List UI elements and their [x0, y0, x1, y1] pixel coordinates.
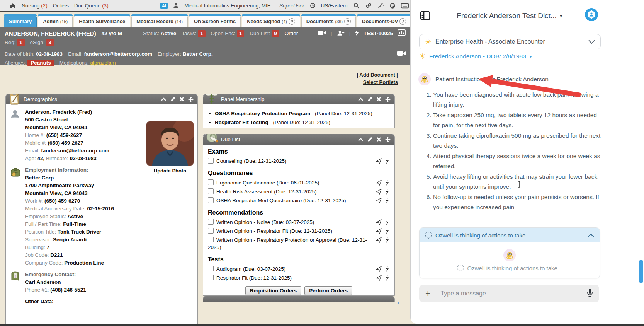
top-menubar: Nursing (2) Orders Doc Queue (3) AI Medi…: [0, 0, 410, 11]
perform-bolt-icon[interactable]: [386, 229, 389, 236]
send-icon[interactable]: [376, 219, 382, 227]
update-photo-link[interactable]: Update Photo: [154, 167, 187, 175]
move-icon[interactable]: [385, 97, 391, 102]
microphone-icon[interactable]: [587, 288, 593, 299]
video-camera-icon[interactable]: [318, 30, 326, 37]
chevron-up-icon[interactable]: [588, 232, 594, 239]
search-icon[interactable]: [353, 2, 360, 9]
tab-health-surveillance[interactable]: Health Surveillance: [74, 16, 130, 27]
patient-photo: [146, 121, 194, 166]
close-icon[interactable]: [377, 137, 381, 142]
due-list-count-badge[interactable]: 9: [272, 30, 279, 37]
send-icon[interactable]: [376, 158, 382, 166]
tab-on-screen-forms[interactable]: On Screen Forms: [189, 16, 241, 27]
tab-admin[interactable]: Admin(15): [38, 16, 73, 27]
perform-bolt-icon[interactable]: [386, 159, 389, 166]
allergy-badge[interactable]: Peanuts: [27, 60, 54, 66]
perform-bolt-icon[interactable]: [386, 275, 389, 283]
attach-plus-icon[interactable]: +: [425, 289, 430, 298]
user-icon: [173, 3, 179, 9]
requisition-orders-button[interactable]: Requisition Orders: [245, 286, 302, 295]
perform-bolt-icon[interactable]: [386, 220, 389, 227]
nav-doc-queue[interactable]: Doc Queue (3): [74, 3, 109, 9]
checkbox[interactable]: [208, 219, 214, 225]
edit-pencil-icon[interactable]: [170, 97, 175, 102]
perform-bolt-icon[interactable]: [386, 198, 389, 205]
nav-nursing[interactable]: Nursing (2): [22, 3, 48, 9]
ai-badge[interactable]: AI: [160, 3, 168, 9]
edit-pencil-icon[interactable]: [367, 137, 372, 142]
collapse-icon[interactable]: [358, 97, 363, 101]
link-icon[interactable]: [365, 3, 372, 9]
perform-bolt-icon[interactable]: [386, 180, 389, 188]
checkbox[interactable]: [208, 158, 214, 164]
checkbox[interactable]: [208, 266, 214, 271]
chart-stats-icon[interactable]: [398, 29, 406, 38]
thinking-card-body: Ozwell is thinking of actions to take...: [420, 242, 600, 278]
patient-name-link[interactable]: Anderson, Frederick (Fred): [25, 109, 92, 115]
order-link[interactable]: Order: [285, 31, 298, 36]
thinking-card-header[interactable]: Ozwell is thinking of actions to take...: [420, 228, 600, 242]
nav-orders[interactable]: Orders: [53, 3, 69, 9]
send-icon[interactable]: [376, 266, 382, 274]
send-icon[interactable]: [376, 180, 382, 188]
send-icon[interactable]: [376, 198, 382, 205]
checkbox[interactable]: [208, 188, 214, 194]
ozwell-logo-icon[interactable]: [585, 8, 598, 22]
globe-icon[interactable]: [389, 3, 396, 9]
conversation-title[interactable]: Frederick Anderson Test Dict...▼: [434, 12, 586, 20]
perform-bolt-icon[interactable]: [386, 237, 389, 245]
patient-context-link[interactable]: ☀ Frederick Anderson - DOB: 2/8/1983 ▾: [419, 53, 532, 60]
checkbox[interactable]: [208, 228, 214, 234]
esign-count-badge[interactable]: 3: [46, 39, 54, 46]
tab-medical-record[interactable]: Medical Record(14): [131, 16, 188, 27]
edit-pencil-icon[interactable]: [367, 97, 372, 102]
patient-employer: Better Corp.: [183, 51, 213, 57]
perform-orders-button[interactable]: Perform Orders: [304, 286, 352, 295]
panel-membership-header[interactable]: Panel Membership: [203, 94, 394, 104]
medication-link[interactable]: alprazolam: [90, 60, 116, 66]
keyboard-icon[interactable]: [401, 3, 409, 9]
tasks-count-badge[interactable]: 1: [198, 30, 205, 37]
move-icon[interactable]: [385, 137, 391, 142]
collapse-icon[interactable]: [161, 97, 166, 101]
checkbox[interactable]: [208, 179, 214, 185]
checkbox[interactable]: [208, 237, 214, 242]
video-camera-icon[interactable]: [397, 51, 406, 57]
scrollbar-thumb[interactable]: [639, 260, 643, 283]
lightning-icon[interactable]: [355, 30, 359, 37]
supervisor-link[interactable]: Sergio Acardi: [53, 237, 87, 242]
send-icon[interactable]: [376, 189, 382, 196]
close-icon[interactable]: [377, 97, 381, 101]
close-icon[interactable]: [180, 97, 184, 101]
perform-bolt-icon[interactable]: [386, 266, 389, 274]
req-count-badge[interactable]: 1: [17, 39, 24, 46]
due-list-header[interactable]: Due List: [203, 134, 394, 145]
wand-icon[interactable]: [377, 2, 384, 9]
collapse-icon[interactable]: [358, 138, 363, 141]
select-portlets-link[interactable]: Select Portlets: [363, 79, 398, 85]
due-item: Counseling (Due: 12-31-2025): [208, 157, 390, 165]
tab-documents-dv[interactable]: Documents-DV: [357, 16, 411, 27]
home-icon[interactable]: [9, 3, 16, 9]
tab-needs-signed[interactable]: Needs Signed(4): [242, 16, 300, 27]
encounter-selector[interactable]: ☀ Enterprise Health - Associate Encounte…: [419, 34, 601, 49]
send-icon[interactable]: [376, 275, 382, 283]
send-icon[interactable]: [376, 228, 382, 236]
checkbox[interactable]: [208, 275, 214, 280]
tab-summary[interactable]: Summary: [4, 16, 37, 27]
checkbox[interactable]: [208, 197, 214, 203]
send-icon[interactable]: [376, 237, 382, 245]
collapsed-portlet-header[interactable]: [203, 296, 395, 302]
collapse-panel-arrow-icon[interactable]: ←: [396, 295, 406, 307]
add-document-link[interactable]: Add Document: [359, 72, 395, 78]
add-person-icon[interactable]: [337, 30, 345, 37]
timezone-label[interactable]: US/Eastern: [321, 3, 348, 9]
demographics-portlet-header[interactable]: Demographics: [6, 94, 197, 104]
open-enc-count-badge[interactable]: 1: [237, 30, 244, 37]
perform-bolt-icon[interactable]: [386, 189, 389, 196]
message-input[interactable]: [440, 290, 578, 297]
move-icon[interactable]: [188, 97, 194, 102]
panel-toggle-icon[interactable]: [420, 11, 430, 22]
tab-documents[interactable]: Documents(36): [301, 16, 356, 27]
